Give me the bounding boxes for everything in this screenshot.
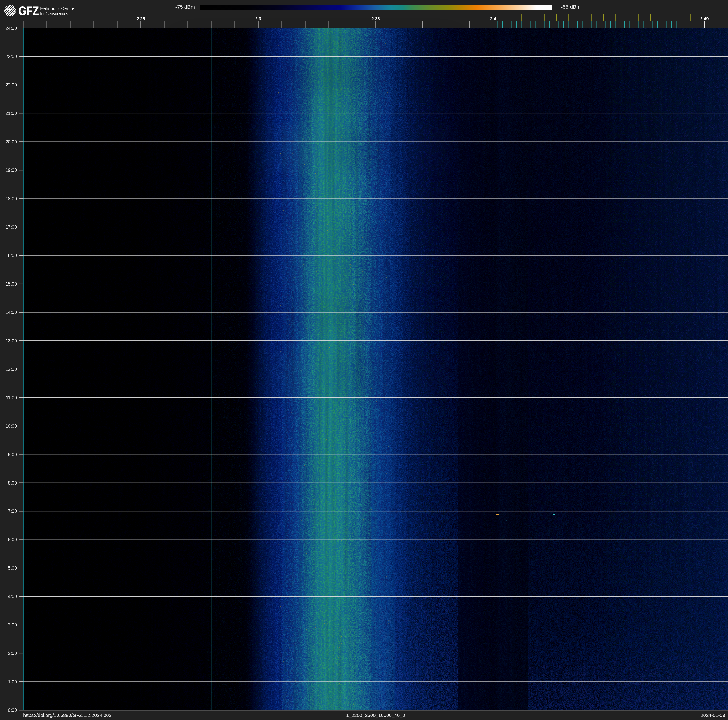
svg-text:2024-01-08: 2024-01-08 [700,712,725,718]
svg-text:18:00: 18:00 [5,196,17,201]
svg-text:-55 dBm: -55 dBm [561,4,581,10]
svg-text:17:00: 17:00 [5,224,17,230]
svg-text:2:00: 2:00 [8,651,17,656]
svg-text:8:00: 8:00 [8,480,17,486]
svg-text:20:00: 20:00 [5,139,17,144]
svg-text:2.49: 2.49 [700,16,708,21]
svg-text:4:00: 4:00 [8,594,17,599]
svg-text:13:00: 13:00 [5,338,17,343]
svg-text:2.35: 2.35 [371,16,380,21]
svg-text:10:00: 10:00 [5,423,17,429]
svg-text:11:00: 11:00 [6,395,17,400]
svg-text:23:00: 23:00 [5,54,17,59]
svg-text:for Geosciences: for Geosciences [40,11,68,16]
svg-text:0:00: 0:00 [8,708,17,713]
svg-text:2.25: 2.25 [136,16,145,21]
svg-text:1_2200_2500_10000_40_0: 1_2200_2500_10000_40_0 [346,712,405,718]
svg-text:7:00: 7:00 [8,509,17,514]
svg-text:6:00: 6:00 [8,537,17,542]
svg-text:24:00: 24:00 [5,26,17,31]
svg-text:15:00: 15:00 [5,281,17,286]
svg-text:12:00: 12:00 [5,366,17,372]
svg-text:2.4: 2.4 [490,16,496,21]
svg-text:5:00: 5:00 [8,565,17,571]
svg-text:19:00: 19:00 [5,167,17,173]
svg-text:22:00: 22:00 [5,82,17,87]
svg-text:2.3: 2.3 [255,16,262,21]
svg-text:21:00: 21:00 [5,111,17,116]
svg-text:-75 dBm: -75 dBm [176,4,195,10]
svg-text:14:00: 14:00 [5,310,17,315]
svg-text:https://doi.org/10.5880/GFZ.1.: https://doi.org/10.5880/GFZ.1.2.2024.003 [23,712,112,718]
svg-text:1:00: 1:00 [8,679,17,684]
svg-text:Helmholtz Centre: Helmholtz Centre [40,6,75,11]
svg-text:16:00: 16:00 [5,253,17,258]
svg-text:3:00: 3:00 [8,622,17,627]
svg-text:GFZ: GFZ [18,4,39,18]
svg-text:9:00: 9:00 [8,452,17,457]
